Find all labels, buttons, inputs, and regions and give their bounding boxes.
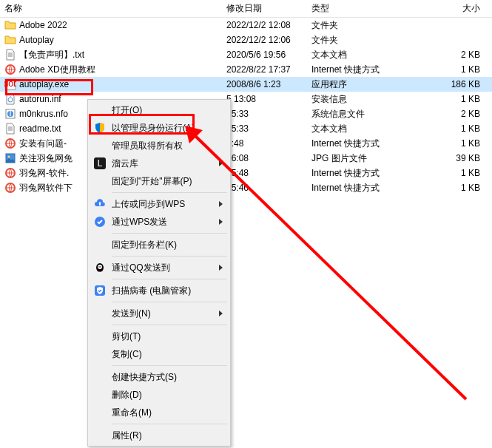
menu-separator <box>112 233 227 234</box>
menu-rename[interactable]: 重命名(M) <box>90 404 229 421</box>
menu-properties[interactable]: 属性(R) <box>90 427 229 444</box>
file-date: 15:48 <box>222 168 307 178</box>
menu-copy[interactable]: 复制(C) <box>90 345 229 363</box>
file-name: 【免责声明】.txt <box>19 49 84 61</box>
file-type: 文本文档 <box>307 123 411 135</box>
file-type: 应用程序 <box>307 78 411 91</box>
svg-point-17 <box>98 266 100 268</box>
file-size: 1 KB <box>411 183 485 193</box>
menu-qq-send[interactable]: 通过QQ发送到 <box>90 259 229 276</box>
web-icon <box>4 182 16 194</box>
web-icon <box>4 138 16 149</box>
file-date: 2020/5/6 19:56 <box>222 50 307 60</box>
menu-separator <box>112 279 227 279</box>
file-date: 9:48 <box>222 138 307 149</box>
menu-separator <box>112 365 227 366</box>
file-name: Adobe 2022 <box>19 20 67 30</box>
file-date: 2008/8/6 1:23 <box>222 79 307 89</box>
file-size: 2 KB <box>411 50 485 60</box>
svg-point-9 <box>8 156 10 158</box>
file-row[interactable]: Adobe XD使用教程2022/8/22 17:37Internet 快捷方式… <box>0 62 492 77</box>
file-name: 关注羽兔网免 <box>19 152 73 165</box>
file-size: 2 KB <box>411 109 485 119</box>
file-row[interactable]: 【免责声明】.txt2020/5/6 19:56文本文档2 KB <box>0 47 492 62</box>
context-menu: 打开(O) 以管理员身份运行(A) 管理员取得所有权 L 溜云库 固定到"开始"… <box>87 99 231 447</box>
svg-text:i: i <box>10 108 12 118</box>
shield-icon <box>94 122 106 134</box>
col-date[interactable]: 修改日期 <box>222 2 307 15</box>
file-date: 2022/8/22 17:37 <box>222 64 307 75</box>
liuyun-icon: L <box>94 157 106 169</box>
file-date: 15:46 <box>222 183 307 193</box>
file-size: 1 KB <box>411 138 485 149</box>
col-type[interactable]: 类型 <box>307 2 411 15</box>
menu-wps-send[interactable]: 通过WPS发送 <box>90 213 229 231</box>
file-type: JPG 图片文件 <box>307 152 411 165</box>
svg-point-16 <box>98 265 102 269</box>
menu-pin-start[interactable]: 固定到"开始"屏幕(P) <box>90 172 229 190</box>
jpg-icon <box>4 152 16 164</box>
column-header-row: 名称 修改日期 类型 大小 <box>0 0 492 18</box>
antivirus-icon <box>94 285 106 296</box>
menu-admin-take-ownership[interactable]: 管理员取得所有权 <box>90 137 229 155</box>
menu-send-to[interactable]: 发送到(N) <box>90 305 229 322</box>
file-row[interactable]: 关注羽兔网免16:08JPG 图片文件39 KB <box>0 151 492 166</box>
menu-open[interactable]: 打开(O) <box>90 101 229 119</box>
file-row[interactable]: 安装有问题-9:48Internet 快捷方式1 KB <box>0 136 492 151</box>
file-name: 羽兔网软件下 <box>19 182 73 194</box>
file-type: 系统信息文件 <box>307 108 411 121</box>
submenu-arrow-icon <box>219 201 223 207</box>
txt-icon <box>4 123 16 135</box>
menu-separator <box>112 192 227 193</box>
file-row[interactable]: 羽兔网软件下15:46Internet 快捷方式1 KB <box>0 180 492 195</box>
file-row[interactable]: Adobeautoplay.exe2008/8/6 1:23应用程序186 KB <box>0 77 492 92</box>
menu-separator <box>112 325 227 325</box>
file-row[interactable]: autorun.inf5 13:08安装信息1 KB <box>0 92 492 106</box>
file-type: 文件夹 <box>307 34 411 47</box>
submenu-arrow-icon <box>219 310 223 316</box>
file-type: 文本文档 <box>307 49 411 61</box>
svg-point-18 <box>100 266 101 268</box>
file-date: 5 13:08 <box>222 94 307 104</box>
menu-wps-upload[interactable]: 上传或同步到WPS <box>90 195 229 213</box>
qq-icon <box>94 262 106 274</box>
submenu-arrow-icon <box>219 160 223 166</box>
file-name: autoplay.exe <box>19 79 69 89</box>
file-list: Adobe 20222022/12/2 12:08文件夹Autoplay2022… <box>0 18 492 195</box>
file-type: 安装信息 <box>307 93 411 106</box>
col-size[interactable]: 大小 <box>411 2 485 15</box>
file-size: 1 KB <box>411 64 485 75</box>
menu-scan-virus[interactable]: 扫描病毒 (电脑管家) <box>90 282 229 299</box>
web-icon <box>4 64 16 75</box>
file-date: 15:33 <box>222 109 307 119</box>
menu-separator <box>112 424 227 424</box>
submenu-arrow-icon <box>219 219 223 225</box>
file-date: 2022/12/2 12:06 <box>222 35 307 45</box>
svg-text:L: L <box>98 158 103 169</box>
file-row[interactable]: Autoplay2022/12/2 12:06文件夹 <box>0 33 492 47</box>
menu-liuyun[interactable]: L 溜云库 <box>90 155 229 172</box>
menu-run-as-admin[interactable]: 以管理员身份运行(A) <box>90 119 229 137</box>
file-name: readme.txt <box>19 123 61 134</box>
file-size: 1 KB <box>411 168 485 178</box>
file-row[interactable]: im0nkrus.nfo15:33系统信息文件2 KB <box>0 106 492 121</box>
file-size: 186 KB <box>411 79 485 89</box>
file-type: Internet 快捷方式 <box>307 138 411 150</box>
file-name: autorun.inf <box>19 94 61 104</box>
menu-separator <box>112 302 227 302</box>
file-type: 文件夹 <box>307 19 411 32</box>
inf-icon <box>4 93 16 105</box>
file-row[interactable]: Adobe 20222022/12/2 12:08文件夹 <box>0 18 492 33</box>
col-name[interactable]: 名称 <box>0 2 222 15</box>
folder-icon <box>4 34 16 46</box>
file-row[interactable]: 羽兔网-软件.15:48Internet 快捷方式1 KB <box>0 166 492 180</box>
menu-cut[interactable]: 剪切(T) <box>90 327 229 345</box>
file-type: Internet 快捷方式 <box>307 64 411 76</box>
menu-delete[interactable]: 删除(D) <box>90 386 229 404</box>
file-row[interactable]: readme.txt15:33文本文档1 KB <box>0 121 492 136</box>
file-name: 羽兔网-软件. <box>19 167 69 180</box>
menu-create-shortcut[interactable]: 创建快捷方式(S) <box>90 368 229 386</box>
menu-pin-taskbar[interactable]: 固定到任务栏(K) <box>90 236 229 254</box>
file-size: 1 KB <box>411 94 485 104</box>
file-date: 2022/12/2 12:08 <box>222 20 307 30</box>
